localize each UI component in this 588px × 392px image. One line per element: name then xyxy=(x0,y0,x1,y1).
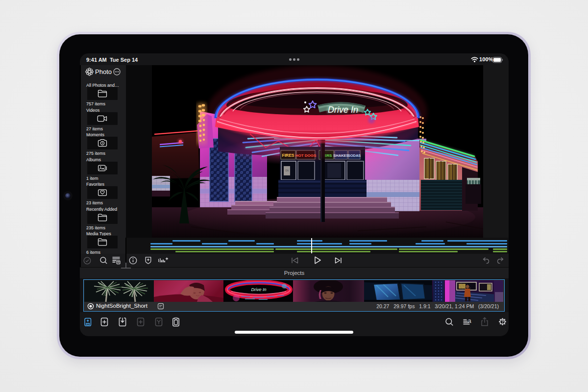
svg-text:Drive In: Drive In xyxy=(328,105,358,115)
svg-text:Drive In: Drive In xyxy=(251,287,266,292)
svg-text:a: a xyxy=(468,318,471,324)
svg-text:ON: ON xyxy=(285,170,289,172)
